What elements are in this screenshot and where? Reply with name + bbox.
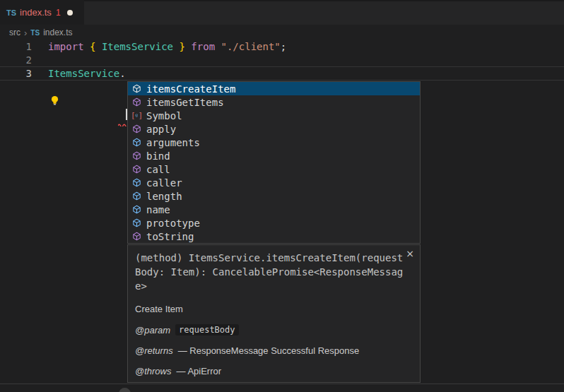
symbol-field-icon [131, 137, 142, 148]
line-content: import { ItemsService } from "./client"; [32, 40, 286, 54]
suggest-item-apply[interactable]: apply [128, 122, 420, 136]
close-icon[interactable]: × [406, 249, 414, 259]
code-line[interactable]: 1import { ItemsService } from "./client"… [0, 40, 564, 54]
unsaved-changes-dot-icon[interactable] [67, 10, 73, 16]
breadcrumb-file[interactable]: index.ts [43, 28, 72, 37]
breadcrumb: src › TS index.ts [0, 25, 564, 40]
line-content [32, 54, 48, 67]
symbol-method-icon [131, 231, 142, 242]
bottom-divider [0, 384, 564, 384]
suggest-item-itemsCreateItem[interactable]: itemsCreateItem [128, 82, 420, 95]
doc-tag-param: @paramrequestBody [135, 324, 413, 335]
symbol-method-icon [131, 164, 142, 175]
tab-index-ts[interactable]: TS index.ts 1 [0, 0, 84, 25]
doc-tags: @paramrequestBody@returns— ResponseMessa… [135, 324, 413, 376]
suggest-list: itemsCreateItemitemsGetItems[]Symbolappl… [128, 82, 420, 243]
symbol-method-icon [131, 124, 142, 135]
suggest-item-itemsGetItems[interactable]: itemsGetItems [128, 95, 420, 109]
suggest-item-arguments[interactable]: arguments [128, 136, 420, 149]
suggest-details-panel: × (method) ItemsService.itemsCreateItem(… [127, 244, 421, 383]
signature-line: e> [135, 279, 413, 293]
code-line[interactable]: 2 [0, 54, 564, 67]
error-squiggle-icon [118, 117, 128, 129]
symbol-method-icon [131, 150, 142, 162]
suggest-item-caller[interactable]: caller [128, 176, 420, 189]
suggest-item-label: Symbol [146, 110, 182, 121]
lightbulb-icon[interactable] [50, 95, 59, 108]
line-number: 2 [0, 54, 32, 67]
typescript-file-icon: TS [6, 8, 16, 17]
doc-tag-returns: @returns— ResponseMessage Successful Res… [135, 345, 413, 356]
suggest-item-prototype[interactable]: prototype [128, 216, 420, 230]
typescript-file-icon: TS [30, 29, 40, 37]
suggest-item-name[interactable]: name [128, 203, 420, 216]
symbol-field-icon [131, 218, 142, 229]
code-line[interactable]: 3ItemsService. [0, 66, 564, 81]
suggest-item-label: itemsGetItems [146, 97, 224, 108]
symbol-misc-icon: [] [131, 110, 142, 121]
suggest-item-label: itemsCreateItem [146, 83, 235, 95]
tab-bar: TS index.ts 1 [0, 0, 564, 25]
line-number: 1 [0, 40, 32, 54]
tab-filename: index.ts [20, 7, 52, 18]
suggest-item-call[interactable]: call [128, 162, 420, 176]
line-content: ItemsService. [32, 67, 126, 80]
suggest-item-label: arguments [146, 137, 200, 148]
suggest-item-Symbol[interactable]: []Symbol [128, 109, 420, 122]
symbol-method-icon [131, 97, 142, 108]
chevron-right-icon: › [24, 28, 27, 38]
symbol-field-icon [131, 177, 142, 189]
suggest-item-label: prototype [146, 218, 200, 229]
tab-error-count: 1 [56, 8, 61, 18]
doc-summary: Create Item [135, 304, 413, 314]
suggest-item-label: bind [146, 150, 170, 162]
breadcrumb-folder[interactable]: src [9, 28, 20, 37]
signature-line: (method) ItemsService.itemsCreateItem(re… [135, 251, 413, 265]
code-lines: 1import { ItemsService } from "./client"… [0, 40, 564, 81]
suggest-item-label: apply [146, 124, 176, 135]
doc-tag-throws: @throws— ApiError [135, 366, 413, 376]
param-name-chip: requestBody [175, 324, 238, 335]
symbol-method-icon [131, 83, 142, 95]
line-number: 3 [0, 67, 32, 80]
suggest-item-label: length [146, 191, 182, 202]
suggest-item-label: name [146, 204, 170, 215]
vscode-window: TS index.ts 1 src › TS index.ts 1import … [0, 0, 564, 392]
cut-off-circle [119, 388, 131, 392]
suggest-item-toString[interactable]: toString [128, 230, 420, 243]
suggest-item-length[interactable]: length [128, 189, 420, 203]
symbol-field-icon [131, 191, 142, 202]
suggest-item-label: toString [146, 231, 194, 242]
suggest-item-bind[interactable]: bind [128, 149, 420, 162]
code-editor[interactable]: 1import { ItemsService } from "./client"… [0, 40, 564, 81]
method-signature: (method) ItemsService.itemsCreateItem(re… [135, 251, 413, 293]
signature-line: Body: Item): CancelablePromise<ResponseM… [135, 265, 413, 279]
suggest-item-label: caller [146, 177, 182, 189]
suggest-item-label: call [146, 164, 170, 175]
symbol-field-icon [131, 204, 142, 215]
suggest-widget: itemsCreateItemitemsGetItems[]Symbolappl… [127, 81, 421, 244]
